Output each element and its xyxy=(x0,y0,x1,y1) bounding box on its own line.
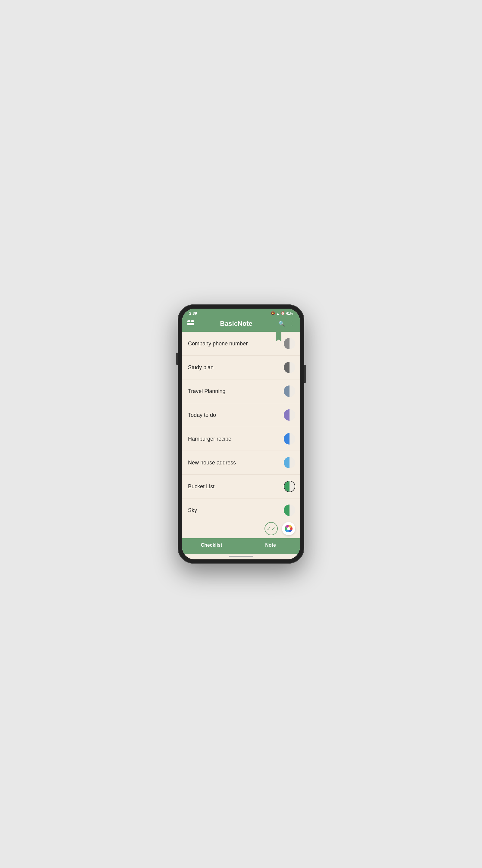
list-item[interactable]: Study plan xyxy=(182,355,300,379)
color-indicator[interactable] xyxy=(284,385,295,397)
list-item[interactable]: New house address xyxy=(182,451,300,475)
note-title: Today to do xyxy=(188,412,216,418)
list-item[interactable]: Company phone number xyxy=(182,332,300,355)
note-title: Company phone number xyxy=(188,341,248,347)
more-options-button[interactable]: ⋮ xyxy=(289,320,295,327)
note-title: Hamburger recipe xyxy=(188,436,231,442)
note-tab[interactable]: Note xyxy=(241,541,300,549)
color-indicator[interactable] xyxy=(284,409,295,421)
list-item[interactable]: Bucket List xyxy=(182,475,300,498)
svg-point-1 xyxy=(287,527,290,530)
battery: 61% xyxy=(286,312,293,315)
checkmark-icon: ✓✓ xyxy=(267,525,276,532)
wifi-icon: ▲ xyxy=(276,312,280,315)
color-indicator[interactable] xyxy=(284,457,295,468)
color-indicator[interactable] xyxy=(284,504,295,516)
bottom-nav: Checklist Note xyxy=(182,538,300,554)
note-title: Bucket List xyxy=(188,484,215,490)
checklist-tab[interactable]: Checklist xyxy=(182,541,241,549)
mute-icon: 🔕 xyxy=(271,311,275,315)
list-item[interactable]: Sky xyxy=(182,498,300,519)
note-title: Travel Planning xyxy=(188,388,225,395)
list-item[interactable]: Today to do xyxy=(182,403,300,427)
note-title: Study plan xyxy=(188,364,214,371)
color-picker-fab[interactable] xyxy=(282,522,295,535)
time: 2:39 xyxy=(189,311,197,315)
status-icons: 🔕 ▲ ⏰ 61% xyxy=(271,311,293,315)
search-button[interactable]: 🔍 xyxy=(278,320,285,327)
home-bar xyxy=(229,556,253,557)
color-indicator[interactable] xyxy=(284,481,295,492)
color-indicator[interactable] xyxy=(284,433,295,444)
color-indicator[interactable] xyxy=(284,362,295,373)
app-bar-actions: 🔍 ⋮ xyxy=(278,320,295,327)
color-wheel-icon xyxy=(284,524,293,533)
note-title: Sky xyxy=(188,507,197,514)
status-bar: 2:39 🔕 ▲ ⏰ 61% xyxy=(182,309,300,317)
color-indicator[interactable] xyxy=(284,338,295,349)
app-bar: BasicNote 🔍 ⋮ xyxy=(182,317,300,332)
phone-frame: 2:39 🔕 ▲ ⏰ 61% BasicNote 🔍 ⋮ xyxy=(178,304,304,564)
checklist-fab[interactable]: ✓✓ xyxy=(264,522,278,535)
home-indicator xyxy=(182,554,300,559)
phone-screen: 2:39 🔕 ▲ ⏰ 61% BasicNote 🔍 ⋮ xyxy=(182,309,300,559)
list-item[interactable]: Hamburger recipe xyxy=(182,427,300,451)
note-title: New house address xyxy=(188,460,236,466)
alarm-icon: ⏰ xyxy=(281,311,285,315)
app-title: BasicNote xyxy=(220,320,252,328)
list-item[interactable]: Travel Planning xyxy=(182,379,300,403)
grid-view-button[interactable] xyxy=(187,320,194,327)
note-list: Company phone numberStudy planTravel Pla… xyxy=(182,332,300,519)
fab-area: ✓✓ xyxy=(182,519,300,538)
